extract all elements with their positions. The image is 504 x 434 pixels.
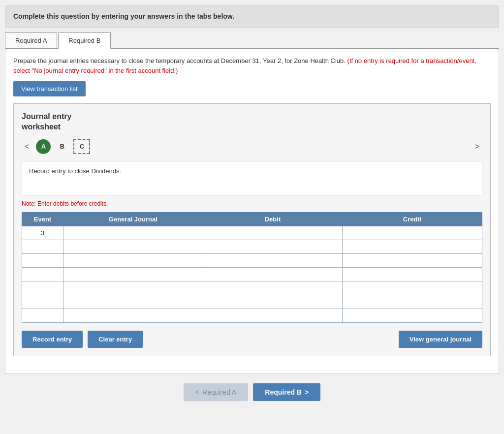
debit-input[interactable] <box>203 281 343 295</box>
credit-cell[interactable] <box>343 295 482 309</box>
general-journal-cell[interactable] <box>63 295 203 309</box>
bottom-nav: < Required A Required B > <box>5 383 499 411</box>
prev-arrow[interactable]: < <box>22 141 32 152</box>
debit-input[interactable] <box>203 268 343 281</box>
credit-input[interactable] <box>343 281 482 295</box>
event-cell <box>22 267 63 281</box>
instruction-text: Complete this question by entering your … <box>13 12 234 20</box>
general-journal-input[interactable] <box>63 240 203 253</box>
question-main: Prepare the journal entries necessary to… <box>13 57 346 64</box>
prev-arrow-icon: < <box>195 388 199 396</box>
question-text: Prepare the journal entries necessary to… <box>13 56 491 75</box>
general-journal-cell[interactable] <box>63 309 203 322</box>
debit-cell[interactable] <box>203 281 343 295</box>
debit-cell[interactable] <box>203 309 343 322</box>
nav-row: < A B C > <box>22 139 482 154</box>
prev-label: Required A <box>202 388 236 396</box>
debit-cell[interactable] <box>203 226 343 240</box>
note-text: Note: Enter debits before credits. <box>22 200 482 207</box>
credit-input[interactable] <box>343 295 482 309</box>
event-cell <box>22 281 63 295</box>
col-debit: Debit <box>203 212 343 226</box>
general-journal-input[interactable] <box>63 254 203 267</box>
entry-description: Record entry to close Dividends. <box>22 161 482 195</box>
content-area: Prepare the journal entries necessary to… <box>5 49 499 373</box>
general-journal-input[interactable] <box>63 295 203 309</box>
table-row <box>22 240 482 253</box>
bottom-next-button[interactable]: Required B > <box>253 383 320 401</box>
general-journal-cell[interactable] <box>63 226 203 240</box>
table-row: 3 <box>22 226 482 240</box>
view-general-journal-button[interactable]: View general journal <box>399 331 482 348</box>
bottom-prev-button[interactable]: < Required A <box>184 383 248 401</box>
debit-input[interactable] <box>203 226 343 240</box>
general-journal-input[interactable] <box>63 281 203 295</box>
next-arrow[interactable]: > <box>472 141 482 152</box>
credit-cell[interactable] <box>343 253 482 267</box>
tab-required-b[interactable]: Required B <box>58 32 111 49</box>
debit-input[interactable] <box>203 295 343 309</box>
table-row <box>22 309 482 322</box>
tab-required-a[interactable]: Required A <box>5 32 57 48</box>
debit-cell[interactable] <box>203 253 343 267</box>
table-row <box>22 295 482 309</box>
general-journal-cell[interactable] <box>63 240 203 253</box>
event-cell <box>22 253 63 267</box>
general-journal-input[interactable] <box>63 309 203 322</box>
credit-cell[interactable] <box>343 226 482 240</box>
table-row <box>22 267 482 281</box>
credit-input[interactable] <box>343 254 482 267</box>
table-row <box>22 253 482 267</box>
next-label: Required B <box>265 388 302 396</box>
event-cell: 3 <box>22 226 63 240</box>
debit-input[interactable] <box>203 254 343 267</box>
worksheet-title: Journal entryworksheet <box>22 112 482 132</box>
credit-cell[interactable] <box>343 281 482 295</box>
table-row <box>22 281 482 295</box>
debit-cell[interactable] <box>203 267 343 281</box>
credit-input[interactable] <box>343 268 482 281</box>
tabs-row: Required A Required B <box>5 32 499 49</box>
credit-cell[interactable] <box>343 240 482 253</box>
debit-cell[interactable] <box>203 240 343 253</box>
col-general-journal: General Journal <box>63 212 203 226</box>
general-journal-cell[interactable] <box>63 267 203 281</box>
col-credit: Credit <box>343 212 482 226</box>
worksheet-box: Journal entryworksheet < A B C > Record … <box>13 103 491 356</box>
debit-input[interactable] <box>203 309 343 322</box>
action-buttons: Record entry Clear entry View general jo… <box>22 331 482 348</box>
general-journal-cell[interactable] <box>63 253 203 267</box>
nav-item-b[interactable]: B <box>55 139 69 154</box>
nav-item-a[interactable]: A <box>36 139 51 154</box>
credit-input[interactable] <box>343 309 482 322</box>
event-cell <box>22 309 63 322</box>
next-arrow-icon: > <box>305 388 309 396</box>
view-transaction-button[interactable]: View transaction list <box>13 81 86 96</box>
credit-cell[interactable] <box>343 309 482 322</box>
debit-input[interactable] <box>203 240 343 253</box>
credit-input[interactable] <box>343 240 482 253</box>
clear-entry-button[interactable]: Clear entry <box>88 331 143 348</box>
general-journal-input[interactable] <box>63 226 203 240</box>
general-journal-cell[interactable] <box>63 281 203 295</box>
event-cell <box>22 295 63 309</box>
col-event: Event <box>22 212 63 226</box>
event-cell <box>22 240 63 253</box>
credit-input[interactable] <box>343 226 482 240</box>
debit-cell[interactable] <box>203 295 343 309</box>
nav-item-c[interactable]: C <box>73 139 90 154</box>
journal-table: Event General Journal Debit Credit <box>22 212 482 323</box>
record-entry-button[interactable]: Record entry <box>22 331 83 348</box>
general-journal-input[interactable] <box>63 268 203 281</box>
instruction-bar: Complete this question by entering your … <box>5 5 499 28</box>
credit-cell[interactable] <box>343 267 482 281</box>
